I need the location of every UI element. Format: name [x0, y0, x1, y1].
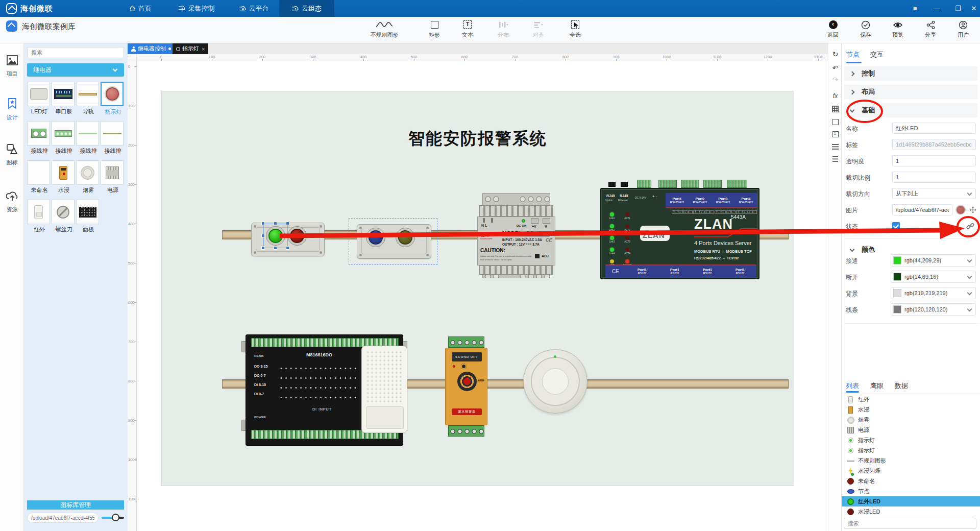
design-canvas[interactable]: 0100200300400500600700800900100011001200…: [128, 54, 828, 531]
nav-home[interactable]: 首页: [122, 0, 158, 17]
library-item[interactable]: 未命名: [27, 160, 50, 185]
library-item[interactable]: 指示灯: [101, 82, 124, 106]
tool-rectangle[interactable]: 矩形: [419, 19, 450, 39]
crop-direction-select[interactable]: 从下到上: [892, 188, 976, 199]
layer-item[interactable]: 未命名: [842, 476, 980, 486]
move-icon[interactable]: [969, 206, 976, 213]
function-icon[interactable]: fx: [828, 92, 842, 100]
inspector-tab-interaction[interactable]: 交互: [870, 50, 884, 59]
library-item[interactable]: 导轨: [76, 82, 99, 106]
library-item[interactable]: 接线排: [27, 121, 50, 146]
nav-collect-control[interactable]: 采集控制: [171, 0, 222, 17]
selection-handle[interactable]: [286, 246, 289, 250]
library-item[interactable]: 螺丝刀: [52, 200, 75, 224]
canvas-tab-relay-control[interactable]: 继电器控制: [128, 43, 175, 54]
fit-screen-icon[interactable]: [828, 118, 842, 127]
image-path-input[interactable]: [892, 204, 952, 215]
tool-text[interactable]: T 文本: [452, 19, 483, 39]
nav-cloud-platform[interactable]: 云平台: [232, 0, 276, 17]
water-alarm-device[interactable]: SOUND OFF ALARM 漏水报警器: [445, 336, 487, 438]
library-item[interactable]: 面板: [76, 200, 99, 224]
selection-handle[interactable]: [286, 222, 289, 225]
crop-ratio-input[interactable]: [892, 172, 976, 183]
layer-item[interactable]: 烟雾: [842, 415, 980, 425]
layer-item[interactable]: 水浸闪烁: [842, 466, 980, 476]
tool-distribute[interactable]: 分布: [487, 19, 519, 39]
color-picker[interactable]: rgb(120,120,120): [891, 303, 976, 316]
redo-icon[interactable]: ↷: [828, 76, 842, 84]
layers-tab-data[interactable]: 数据: [895, 381, 908, 391]
layer-item[interactable]: 水浸: [842, 404, 980, 415]
layer-item[interactable]: 水浸LED: [842, 506, 980, 517]
section-basic[interactable]: 基础: [844, 103, 977, 117]
grid-icon[interactable]: [828, 106, 842, 114]
slider-knob[interactable]: [112, 514, 119, 521]
zoom-slider[interactable]: [102, 517, 124, 519]
layers-tab-list[interactable]: 列表: [846, 381, 859, 391]
canvas-tab-indicator[interactable]: 指示灯×: [173, 43, 208, 54]
layer-item[interactable]: 不规则图形: [842, 455, 980, 466]
power-supply-dr45[interactable]: N L DC OK +V -V 相纬 XINMINGWEI MODEL : DR…: [477, 193, 555, 278]
menu-button[interactable]: ≡: [908, 0, 923, 17]
action-back[interactable]: ‹ 返回: [821, 20, 845, 39]
section-layout[interactable]: 布局: [844, 85, 977, 99]
library-item[interactable]: 电源: [101, 160, 124, 185]
sidebar-item-resources[interactable]: 资源: [0, 190, 24, 213]
selection-handle[interactable]: [286, 234, 289, 237]
pir-wall-sensor[interactable]: [361, 346, 407, 433]
layers-tab-overview[interactable]: 鹰眼: [870, 381, 884, 391]
action-save[interactable]: 保存: [854, 20, 877, 39]
state-checkbox[interactable]: [892, 222, 900, 230]
smoke-detector[interactable]: [523, 349, 587, 414]
sidebar-item-icons[interactable]: 图标: [0, 143, 24, 166]
library-item[interactable]: 接线排: [101, 121, 124, 146]
tool-align[interactable]: 对齐: [523, 19, 554, 39]
layer-item[interactable]: 红外LED: [842, 496, 980, 506]
action-preview[interactable]: 预览: [886, 20, 910, 39]
selection-handle[interactable]: [274, 246, 277, 250]
selection-handle[interactable]: [261, 222, 265, 225]
selection-handle[interactable]: [261, 246, 265, 250]
selection-handle[interactable]: [274, 222, 277, 225]
actual-size-icon[interactable]: [828, 131, 842, 139]
minimize-button[interactable]: —: [929, 0, 944, 17]
close-tab-icon[interactable]: ×: [202, 46, 205, 52]
library-category-header[interactable]: 继电器: [27, 63, 124, 77]
undo-icon[interactable]: ↶: [828, 64, 842, 72]
refresh-icon[interactable]: ↻: [828, 50, 842, 58]
library-item[interactable]: 接线排: [52, 121, 75, 146]
layer-item[interactable]: 红外: [842, 394, 980, 404]
maximize-button[interactable]: ❐: [950, 0, 966, 17]
name-input[interactable]: [892, 123, 976, 134]
tool-irregular-shape[interactable]: 不规则图形: [369, 19, 400, 39]
library-item[interactable]: LED灯: [27, 82, 50, 106]
library-item[interactable]: 串口服: [52, 82, 75, 106]
library-item[interactable]: 烟雾: [76, 160, 99, 185]
section-control[interactable]: 控制: [844, 66, 977, 81]
library-item[interactable]: 红外: [27, 200, 50, 224]
color-picker[interactable]: rgb(44,209,29): [891, 254, 976, 267]
nav-cloud-configuration[interactable]: 云组态: [279, 0, 334, 17]
water-led-dark-red[interactable]: [287, 226, 307, 246]
action-share[interactable]: 分享: [919, 20, 942, 39]
selection-handle[interactable]: [261, 234, 265, 237]
layer-item[interactable]: 指示灯: [842, 435, 980, 445]
color-picker[interactable]: rgb(14,69,16): [891, 271, 976, 283]
zlan-serial-server[interactable]: Port1RS485/422Port2RS485/422Port3RS485/4…: [600, 188, 760, 279]
opacity-input[interactable]: [892, 155, 976, 166]
tag-input[interactable]: [892, 139, 976, 150]
image-preview-swatch[interactable]: [955, 205, 966, 215]
sidebar-item-projects[interactable]: 项目: [0, 55, 24, 78]
inspector-tab-node[interactable]: 节点: [846, 50, 860, 59]
layer-item[interactable]: 节点: [842, 486, 980, 496]
library-path-input[interactable]: [27, 513, 99, 523]
bind-link-icon[interactable]: [966, 222, 975, 231]
icon-library-manage-button[interactable]: 图标库管理: [27, 500, 124, 510]
layer-list-icon[interactable]: [828, 143, 842, 151]
tool-select-all[interactable]: 全选: [559, 19, 591, 39]
library-item[interactable]: 水浸: [52, 160, 75, 185]
library-search-input[interactable]: [27, 47, 124, 58]
layer-item[interactable]: 电源: [842, 425, 980, 435]
library-item[interactable]: 接线排: [76, 121, 99, 146]
sidebar-item-design[interactable]: 设计: [0, 98, 24, 122]
